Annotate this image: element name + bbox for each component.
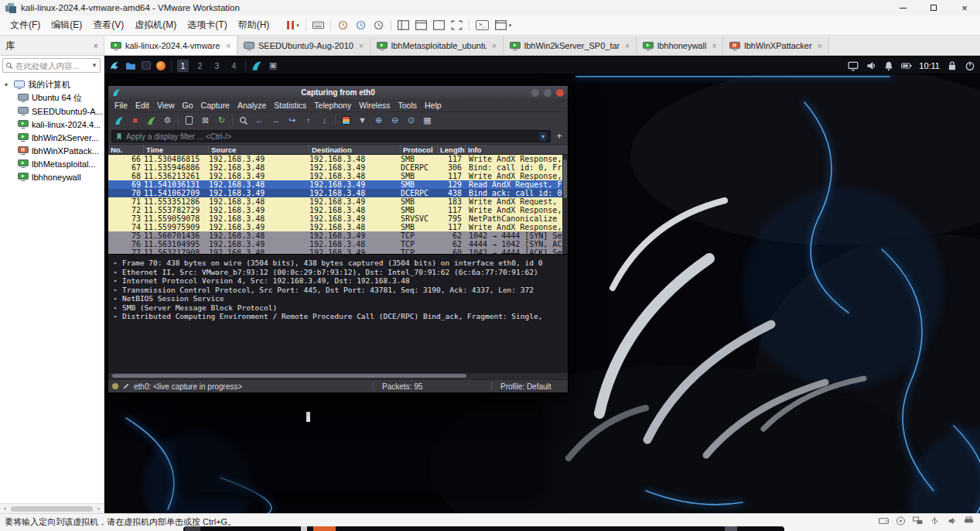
column-header-protocol[interactable]: Protocol [401, 145, 438, 154]
wireshark-menu-wireless[interactable]: Wireless [355, 101, 394, 110]
workspace-4[interactable]: 4 [228, 60, 240, 72]
packet-detail-line[interactable]: ▸Frame 70: 438 bytes on wire (3504 bits)… [114, 259, 568, 268]
wireshark-menu-help[interactable]: Help [421, 101, 446, 110]
vm-tab[interactable]: lbhMetasploitable_ubuntu× [370, 36, 504, 55]
pause-dropdown-icon[interactable]: ▾ [296, 22, 299, 29]
tab-close-icon[interactable]: × [625, 42, 630, 50]
capture-options-icon[interactable]: ⚙ [162, 115, 173, 126]
vmware-menu-vm[interactable]: 虚拟机(M) [129, 19, 182, 32]
terminal-icon[interactable] [142, 61, 151, 70]
vm-tab[interactable]: kali-linux-2024.4-vmware-a...× [104, 36, 237, 55]
column-header-length[interactable]: Length [438, 145, 466, 154]
revert-snapshot-icon[interactable] [355, 20, 367, 30]
start-capture-icon[interactable] [113, 115, 125, 126]
column-header-source[interactable]: Source [209, 145, 309, 154]
battery-icon[interactable] [901, 60, 912, 71]
show-desktop-icon[interactable]: ▣ [268, 60, 278, 71]
kali-menu-icon[interactable] [109, 60, 120, 71]
taskbar-sliver[interactable] [183, 526, 784, 531]
vm-tab[interactable]: SEEDUbuntu9-Aug-2010× [237, 36, 370, 55]
vmware-menu-view[interactable]: 查看(V) [87, 19, 129, 32]
resize-columns-icon[interactable]: ▦ [422, 115, 433, 126]
vm-tab[interactable]: lbhWin2kServer_SP0_target× [504, 36, 637, 55]
packet-row[interactable]: 7511.560701436192.168.3.48192.168.3.49TC… [108, 231, 568, 240]
cdrom-icon[interactable] [896, 516, 906, 526]
vm-display[interactable]: 1234▣10:11 Capturing from eth0 FileEditV… [104, 56, 980, 513]
sidebar-hscrollbar[interactable]: ‹ › [0, 503, 104, 513]
scrollbar-thumb[interactable] [11, 506, 93, 512]
vm-tree-item[interactable]: lbhWinXPattack... [0, 144, 104, 157]
tab-close-icon[interactable]: × [359, 42, 364, 50]
expand-arrow-icon[interactable]: ▸ [114, 303, 119, 313]
firefox-icon[interactable] [156, 61, 166, 70]
filter-bookmark-icon[interactable] [115, 132, 123, 141]
restart-capture-icon[interactable] [145, 115, 157, 126]
console-view-icon[interactable] [433, 20, 445, 30]
packet-row[interactable]: 7611.563104995192.168.3.49192.168.3.48TC… [108, 240, 568, 248]
wireshark-menu-analyze[interactable]: Analyze [234, 101, 270, 110]
close-file-icon[interactable]: ⊠ [200, 115, 211, 126]
packet-row[interactable]: 6811.536213261192.168.3.49192.168.3.48SM… [108, 172, 568, 180]
filter-add-button[interactable]: + [554, 131, 565, 142]
wireshark-menu-telephony[interactable]: Telephony [310, 101, 355, 110]
stop-capture-icon[interactable]: ■ [129, 115, 141, 126]
vmware-menu-help[interactable]: 帮助(H) [233, 19, 275, 32]
go-forward-icon[interactable]: → [270, 115, 282, 126]
search-dropdown-icon[interactable]: ▼ [91, 62, 97, 69]
packet-row[interactable]: 6911.541036131192.168.3.48192.168.3.49SM… [108, 180, 568, 189]
tree-root[interactable]: ▾ 我的计算机 [0, 78, 104, 91]
go-to-packet-icon[interactable]: ↪ [286, 115, 298, 126]
column-header-info[interactable]: Info [466, 145, 568, 154]
library-close-icon[interactable]: × [94, 41, 98, 50]
expert-info-icon[interactable] [112, 383, 118, 389]
file-manager-icon[interactable] [125, 60, 136, 71]
thumbnail-bar-icon[interactable] [415, 20, 427, 30]
wireshark-close-button[interactable] [556, 89, 564, 97]
display-icon[interactable] [848, 60, 859, 71]
panel-clock[interactable]: 10:11 [919, 61, 940, 70]
find-packet-icon[interactable] [237, 115, 249, 126]
packet-detail-line[interactable]: ▸Distributed Computing Environment / Rem… [114, 312, 568, 321]
packet-row[interactable]: 7111.553351286192.168.3.48192.168.3.49SM… [108, 197, 568, 206]
vm-tree-item[interactable]: Ubuntu 64 位 [0, 91, 104, 104]
maximize-button[interactable] [918, 0, 949, 15]
printer-icon[interactable] [964, 516, 974, 526]
tab-close-icon[interactable]: × [818, 42, 822, 50]
wireshark-menu-file[interactable]: File [111, 101, 131, 110]
expand-arrow-icon[interactable]: ▸ [114, 259, 119, 268]
library-search[interactable]: ▼ [2, 58, 101, 73]
harddisk-icon[interactable] [879, 516, 889, 526]
packet-row[interactable]: 6611.530486815192.168.3.49192.168.3.48SM… [108, 155, 568, 163]
vm-tree-item[interactable]: SEEDUbuntu9-A... [0, 104, 104, 118]
expand-arrow-icon[interactable]: ▸ [114, 312, 119, 321]
workspace-2[interactable]: 2 [194, 60, 206, 72]
take-snapshot-icon[interactable] [337, 20, 349, 30]
go-back-icon[interactable]: ← [254, 115, 265, 126]
scrollbar-thumb[interactable] [112, 374, 466, 378]
display-filter-field[interactable]: ▾ [111, 130, 551, 142]
expand-arrow-icon[interactable]: ▸ [114, 276, 119, 286]
tab-close-icon[interactable]: × [226, 42, 230, 50]
profile-status[interactable]: Profile: Default [496, 382, 564, 391]
pause-icon[interactable] [287, 21, 294, 29]
wireshark-maximize-button[interactable] [544, 89, 551, 97]
wireshark-menu-edit[interactable]: Edit [131, 101, 153, 110]
wireshark-hscrollbar[interactable] [108, 373, 568, 379]
virtual-terminal-icon[interactable]: >_ [476, 20, 489, 30]
vm-tree-item[interactable]: lbhhoneywall [0, 170, 104, 183]
filter-dropdown-icon[interactable]: ▾ [539, 132, 547, 141]
wireshark-icon[interactable] [251, 60, 262, 71]
scrollbar-thumb[interactable] [563, 159, 567, 198]
workspace-3[interactable]: 3 [211, 60, 223, 72]
wireshark-titlebar[interactable]: Capturing from eth0 [108, 86, 568, 99]
packet-row[interactable]: 6711.535946886192.168.3.48192.168.3.49DC… [108, 163, 568, 172]
column-header-no[interactable]: No. [108, 145, 144, 154]
column-header-time[interactable]: Time [144, 145, 209, 154]
packet-detail-line[interactable]: ▸NetBIOS Session Service [114, 294, 568, 303]
fullscreen-icon[interactable] [451, 20, 463, 30]
wireshark-menu-tools[interactable]: Tools [394, 101, 421, 110]
wireshark-menu-statistics[interactable]: Statistics [270, 101, 310, 110]
capture-dropdown-icon[interactable]: ▾ [509, 22, 512, 29]
ctrl-alt-del-icon[interactable] [312, 20, 324, 30]
packet-detail-line[interactable]: ▸Ethernet II, Src: VMware_b7:93:12 (00:0… [114, 268, 568, 277]
